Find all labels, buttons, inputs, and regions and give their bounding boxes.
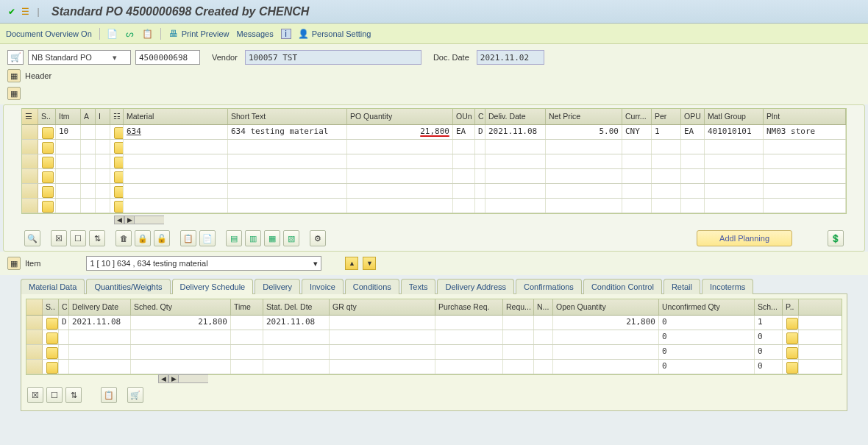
col-a[interactable]: A bbox=[81, 109, 96, 124]
status-button[interactable] bbox=[42, 186, 54, 198]
cell-a[interactable] bbox=[81, 125, 96, 139]
table-row[interactable]: 10 634 634 testing material 21,800 EA D … bbox=[22, 125, 846, 140]
scol-statdel[interactable]: Stat. Del. Dte bbox=[263, 299, 330, 315]
display-change-icon[interactable]: ᔕ bbox=[125, 29, 135, 39]
expand-header-icon[interactable]: ▦ bbox=[7, 69, 21, 82]
tab-retail[interactable]: Retail bbox=[664, 279, 700, 294]
col-netprice[interactable]: Net Price bbox=[546, 109, 622, 124]
col-delivdate[interactable]: Deliv. Date bbox=[485, 109, 546, 124]
col-matlgroup[interactable]: Matl Group bbox=[705, 109, 764, 124]
sched-p-button[interactable] bbox=[786, 362, 798, 374]
deselect-all-button[interactable]: ☐ bbox=[70, 230, 86, 246]
col-curr[interactable]: Curr... bbox=[622, 109, 652, 124]
cell-delivdate[interactable]: 2021.11.08 bbox=[485, 125, 546, 139]
personal-setting-button[interactable]: 👤Personal Setting bbox=[299, 29, 371, 39]
table-row[interactable] bbox=[22, 199, 846, 213]
filter1-button[interactable]: ▤ bbox=[226, 230, 242, 246]
row-selector-header[interactable]: ☰ bbox=[22, 109, 38, 124]
col-status[interactable]: S.. bbox=[38, 109, 56, 124]
sort-button[interactable]: ⇅ bbox=[89, 230, 105, 246]
cell-itm[interactable]: 10 bbox=[56, 125, 81, 139]
sched-status-button[interactable] bbox=[46, 347, 58, 359]
po-type-dropdown[interactable]: NB Standard PO bbox=[28, 50, 131, 65]
tab-texts[interactable]: Texts bbox=[401, 279, 436, 294]
scol-preq[interactable]: Purchase Req. bbox=[435, 299, 503, 315]
find-button[interactable]: 🔍 bbox=[24, 230, 40, 246]
create-icon[interactable]: 📄 bbox=[107, 29, 118, 39]
collapse-items-icon[interactable]: ▦ bbox=[7, 87, 21, 100]
cell-curr[interactable]: CNY bbox=[622, 125, 652, 139]
info-icon[interactable]: i bbox=[281, 29, 291, 39]
table-row[interactable] bbox=[22, 169, 846, 184]
status-button[interactable] bbox=[42, 157, 54, 168]
tab-condition-control[interactable]: Condition Control bbox=[583, 279, 662, 294]
cart-icon[interactable]: 🛒 bbox=[7, 50, 24, 65]
scol-n[interactable]: N... bbox=[534, 299, 553, 315]
cell-i[interactable] bbox=[96, 125, 110, 139]
tab-delivery-schedule[interactable]: Delivery Schedule bbox=[172, 279, 254, 294]
filter4-button[interactable]: ▧ bbox=[283, 230, 299, 246]
col-per[interactable]: Per bbox=[652, 109, 681, 124]
document-overview-button[interactable]: Document Overview On bbox=[6, 29, 92, 38]
sched-copy[interactable]: 📋 bbox=[101, 387, 117, 403]
sched-status-button[interactable] bbox=[46, 332, 58, 344]
sched-row-selector[interactable] bbox=[26, 299, 43, 315]
cell-material[interactable]: 634 bbox=[124, 125, 228, 139]
sched-sort[interactable]: ⇅ bbox=[65, 387, 82, 403]
addl-planning-button[interactable]: Addl Planning bbox=[697, 230, 792, 246]
scol-time[interactable]: Time bbox=[231, 299, 263, 315]
status-button[interactable] bbox=[42, 201, 54, 213]
sched-cart[interactable]: 🛒 bbox=[127, 387, 143, 403]
tab-material-data[interactable]: Material Data bbox=[21, 279, 85, 294]
sched-hscroll[interactable]: ◀▶ bbox=[26, 375, 842, 384]
table-row[interactable] bbox=[22, 184, 846, 199]
sched-status-button[interactable] bbox=[46, 318, 58, 330]
scol-openqty[interactable]: Open Quantity bbox=[553, 299, 659, 315]
status-button[interactable] bbox=[42, 127, 54, 139]
doc-date-field[interactable]: 2021.11.02 bbox=[477, 50, 544, 65]
vendor-field[interactable]: 100057 TST bbox=[245, 50, 421, 65]
currency-button[interactable]: 💲 bbox=[828, 230, 844, 246]
other-po-icon[interactable]: 📋 bbox=[143, 29, 153, 39]
cell-matlgroup[interactable]: 401010101 bbox=[705, 125, 764, 139]
col-material[interactable]: Material bbox=[124, 109, 228, 124]
col-opu[interactable]: OPU bbox=[681, 109, 705, 124]
tab-quantities-weights[interactable]: Quantities/Weights bbox=[86, 279, 170, 294]
col-oun[interactable]: OUn bbox=[453, 109, 475, 124]
material-button[interactable] bbox=[114, 201, 124, 213]
items-hscroll[interactable]: ◀▶ bbox=[4, 217, 864, 226]
material-button[interactable] bbox=[114, 142, 124, 154]
next-item-button[interactable]: ▼ bbox=[363, 257, 376, 270]
copy-button[interactable]: 📋 bbox=[180, 230, 196, 246]
material-button[interactable] bbox=[114, 171, 124, 183]
cell-per[interactable]: 1 bbox=[652, 125, 681, 139]
sched-status-button[interactable] bbox=[46, 362, 58, 374]
print-preview-button[interactable]: 🖶Print Preview bbox=[168, 29, 230, 39]
messages-button[interactable]: Messages bbox=[237, 29, 274, 38]
col-plnt[interactable]: Plnt bbox=[764, 109, 846, 124]
sched-deselect-all[interactable]: ☐ bbox=[46, 387, 63, 403]
sched-p-button[interactable] bbox=[786, 318, 798, 330]
cell-netprice[interactable]: 5.00 bbox=[546, 125, 622, 139]
select-all-button[interactable]: ☒ bbox=[51, 230, 67, 246]
menu-icon[interactable]: ☰ bbox=[19, 6, 31, 18]
col-itm[interactable]: Itm bbox=[56, 109, 81, 124]
scol-grqty[interactable]: GR qty bbox=[330, 299, 435, 315]
tab-confirmations[interactable]: Confirmations bbox=[516, 279, 582, 294]
sched-p-button[interactable] bbox=[786, 332, 798, 344]
cell-oun[interactable]: EA bbox=[453, 125, 475, 139]
table-row[interactable]: 00 bbox=[26, 330, 842, 345]
table-row[interactable]: 00 bbox=[26, 345, 842, 360]
tab-invoice[interactable]: Invoice bbox=[302, 279, 344, 294]
cell-opu[interactable]: EA bbox=[681, 125, 705, 139]
default-values-button[interactable]: ⚙ bbox=[310, 230, 326, 246]
scol-s[interactable]: S.. bbox=[43, 299, 59, 315]
material-button[interactable] bbox=[114, 127, 124, 139]
scol-delivdate[interactable]: Delivery Date bbox=[69, 299, 131, 315]
po-number-field[interactable]: 4500000698 bbox=[135, 50, 200, 65]
scol-sch[interactable]: Sch... bbox=[755, 299, 783, 315]
table-row[interactable] bbox=[22, 154, 846, 169]
cell-poqty[interactable]: 21,800 bbox=[420, 127, 449, 136]
scol-requ[interactable]: Requ... bbox=[503, 299, 534, 315]
table-row[interactable]: D2021.11.0821,8002021.11.0821,80001 bbox=[26, 316, 842, 330]
